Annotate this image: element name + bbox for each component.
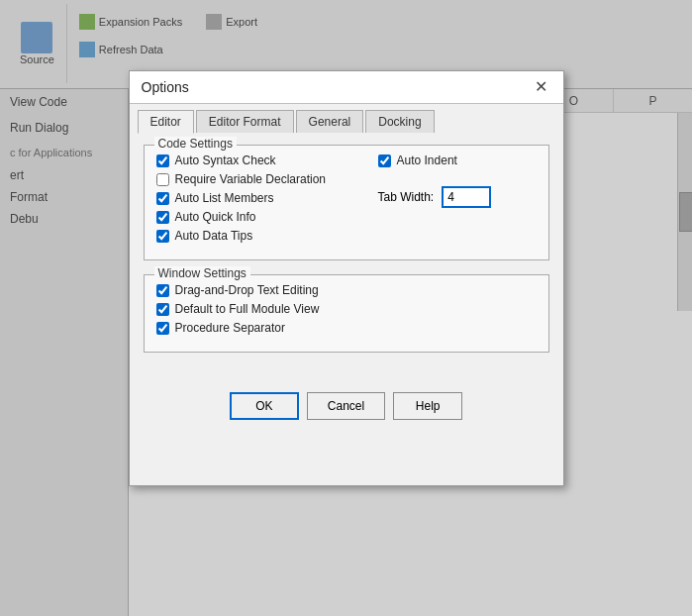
auto-data-row: Auto Data Tips (156, 229, 358, 243)
auto-quick-check[interactable] (156, 211, 169, 224)
dialog-title: Options (142, 79, 189, 95)
auto-indent-check[interactable] (378, 154, 391, 167)
dialog-body: Code Settings Auto Syntax Check Require … (130, 133, 563, 378)
auto-syntax-row: Auto Syntax Check (156, 154, 358, 167)
tab-general[interactable]: General (296, 110, 364, 133)
ok-button[interactable]: OK (230, 392, 299, 420)
tab-width-label: Tab Width: (378, 190, 435, 204)
auto-indent-row: Auto Indent (378, 154, 537, 167)
full-module-label: Default to Full Module View (175, 302, 320, 316)
code-settings-right: Auto Indent Tab Width: (378, 154, 537, 248)
dialog-titlebar: Options ✕ (130, 71, 563, 104)
auto-data-label: Auto Data Tips (175, 229, 253, 243)
require-var-check[interactable] (156, 173, 169, 186)
proc-sep-check[interactable] (156, 322, 169, 335)
full-module-row: Default to Full Module View (156, 302, 537, 316)
dialog-footer: OK Cancel Help (130, 378, 563, 436)
require-var-label: Require Variable Declaration (175, 172, 327, 186)
auto-list-row: Auto List Members (156, 191, 358, 205)
require-var-row: Require Variable Declaration (156, 172, 358, 186)
proc-sep-row: Procedure Separator (156, 321, 537, 335)
options-dialog: Options ✕ Editor Editor Format General D… (129, 70, 564, 486)
auto-quick-row: Auto Quick Info (156, 210, 358, 224)
auto-quick-label: Auto Quick Info (175, 210, 256, 224)
code-settings-label: Code Settings (154, 137, 237, 151)
cancel-button[interactable]: Cancel (307, 392, 385, 420)
tab-bar: Editor Editor Format General Docking (130, 104, 563, 133)
proc-sep-label: Procedure Separator (175, 321, 285, 335)
window-settings-label: Window Settings (154, 266, 250, 280)
auto-indent-label: Auto Indent (397, 154, 457, 167)
drag-drop-label: Drag-and-Drop Text Editing (175, 283, 319, 297)
drag-drop-row: Drag-and-Drop Text Editing (156, 283, 537, 297)
code-settings-section: Code Settings Auto Syntax Check Require … (144, 145, 549, 260)
auto-syntax-check[interactable] (156, 154, 169, 167)
tab-width-row: Tab Width: (378, 186, 537, 208)
drag-drop-check[interactable] (156, 284, 169, 297)
code-settings-left: Auto Syntax Check Require Variable Decla… (156, 154, 358, 248)
dialog-close-button[interactable]: ✕ (531, 79, 551, 95)
tab-editor-format[interactable]: Editor Format (196, 110, 294, 133)
auto-list-label: Auto List Members (175, 191, 274, 205)
tab-docking[interactable]: Docking (365, 110, 434, 133)
auto-list-check[interactable] (156, 192, 169, 205)
code-settings-columns: Auto Syntax Check Require Variable Decla… (156, 154, 537, 248)
tab-width-input[interactable] (442, 186, 491, 208)
full-module-check[interactable] (156, 303, 169, 316)
window-settings-section: Window Settings Drag-and-Drop Text Editi… (144, 274, 549, 353)
tab-editor[interactable]: Editor (138, 110, 194, 134)
modal-overlay: Options ✕ Editor Editor Format General D… (0, 0, 692, 616)
auto-data-check[interactable] (156, 230, 169, 243)
auto-syntax-label: Auto Syntax Check (175, 154, 276, 167)
help-button[interactable]: Help (393, 392, 462, 420)
